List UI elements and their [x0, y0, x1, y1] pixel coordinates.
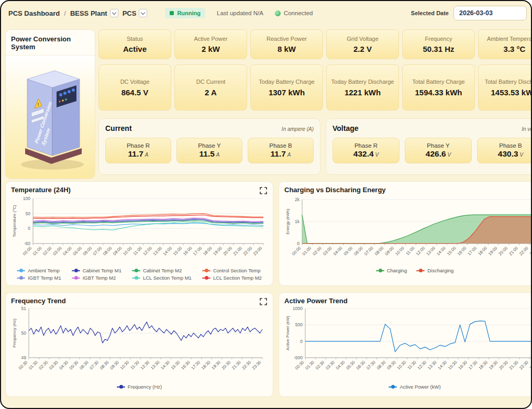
legend-label: Discharging	[427, 268, 453, 273]
svg-text:17:00: 17:00	[467, 246, 478, 257]
breadcrumb-root[interactable]: PCS Dashboard	[8, 9, 60, 17]
svg-text:19:30: 19:30	[488, 360, 499, 371]
expand-icon[interactable]	[259, 186, 268, 195]
chart-svg-power[interactable]: -5000500100000:3001:3002:3003:3004:3005:…	[284, 305, 532, 382]
svg-text:02:00: 02:00	[312, 246, 323, 257]
legend-item-ambient-temp[interactable]: Ambient Temp	[17, 268, 61, 273]
chart-plot-area[interactable]: 49505100:3001:3002:3003:3004:3005:3006:3…	[11, 305, 268, 384]
chart-plot-area[interactable]: 01k2k00:0001:0002:0003:0004:0005:0006:00…	[284, 194, 532, 268]
svg-text:20:00: 20:00	[222, 246, 233, 257]
svg-text:05:00: 05:00	[343, 246, 354, 257]
legend-item-igbt-temp-m1[interactable]: IGBT Temp M1	[17, 275, 61, 281]
phase-value: 11.7A	[128, 149, 149, 159]
legend-item-cabinet-temp-m1[interactable]: Cabinet Temp M1	[72, 268, 121, 273]
date-input[interactable]	[453, 6, 527, 20]
svg-text:12:30: 12:30	[417, 360, 428, 371]
plant-select[interactable]: BESS Plant	[70, 9, 118, 17]
legend-item-igbt-temp-m2[interactable]: IGBT Temp M2	[72, 275, 121, 281]
chart-svg-temperature[interactable]: -5005010000:0001:0002:0003:0004:0005:000…	[11, 194, 267, 266]
svg-text:20:00: 20:00	[498, 246, 509, 257]
phase-unit: A	[287, 152, 291, 158]
svg-text:13:00: 13:00	[152, 246, 163, 257]
legend-marker-icon	[17, 270, 25, 271]
svg-text:10:30: 10:30	[396, 360, 407, 371]
metric-card-status: StatusActive	[98, 29, 171, 59]
chart-svg-frequency[interactable]: 49505100:3001:3002:3003:3004:3005:3006:3…	[11, 305, 267, 382]
svg-text:07:00: 07:00	[363, 246, 374, 257]
legend-item-cabinet-temp-m2[interactable]: Cabinet Temp M2	[132, 268, 192, 273]
svg-text:15:00: 15:00	[446, 246, 457, 257]
chart-title: Active Power Trend	[284, 297, 532, 305]
pcs-select[interactable]: PCS	[123, 9, 148, 17]
svg-text:14:00: 14:00	[436, 246, 447, 257]
metric-value: Active	[123, 45, 147, 53]
svg-text:2k: 2k	[295, 197, 300, 202]
svg-text:00:30: 00:30	[18, 360, 29, 371]
legend-marker-icon	[389, 386, 397, 388]
plant-select-value: BESS Plant	[70, 9, 107, 17]
svg-text:11:30: 11:30	[130, 360, 140, 370]
legend-item-control-section-temp[interactable]: Control Section Temp	[202, 268, 262, 273]
svg-text:13:00: 13:00	[425, 246, 436, 257]
legend-item-charging[interactable]: Charging	[376, 268, 407, 273]
metric-label: Total Battery Charge	[412, 78, 464, 85]
svg-text:21:30: 21:30	[231, 360, 242, 371]
svg-text:10:00: 10:00	[394, 246, 405, 257]
chart-svg-energy[interactable]: 01k2k00:0001:0002:0003:0004:0005:0006:00…	[284, 194, 532, 266]
svg-text:-500: -500	[294, 355, 303, 360]
svg-text:04:00: 04:00	[62, 246, 73, 257]
metric-value: 864.5 V	[121, 88, 149, 97]
svg-text:03:00: 03:00	[322, 246, 333, 257]
legend-item-discharging[interactable]: Discharging	[416, 268, 453, 273]
svg-text:19:00: 19:00	[212, 246, 223, 257]
legend-marker-icon	[416, 270, 425, 271]
svg-text:10:30: 10:30	[119, 360, 130, 371]
svg-text:22:00: 22:00	[518, 246, 529, 257]
chart-legend: ChargingDischarging	[284, 268, 532, 273]
metric-label: Total Battery Discharge	[485, 78, 532, 85]
legend-marker-icon	[72, 278, 80, 279]
legend-marker-icon	[202, 278, 210, 279]
legend-item-lcl-section-temp-m1[interactable]: LCL Section Temp M1	[132, 275, 192, 281]
current-phase-row: Phase R11.7APhase Y11.5APhase B11.7A	[105, 138, 314, 163]
chart-plot-area[interactable]: -5005010000:0001:0002:0003:0004:0005:000…	[11, 194, 268, 268]
svg-text:10:00: 10:00	[122, 246, 133, 257]
svg-text:14:00: 14:00	[162, 246, 173, 257]
svg-text:07:30: 07:30	[365, 360, 376, 371]
phase-label: Phase R	[127, 142, 150, 149]
voltage-unit-note: In volt (V)	[522, 126, 532, 132]
current-phase-card-phase-b: Phase B11.7A	[248, 138, 314, 163]
svg-text:12:00: 12:00	[415, 246, 426, 257]
phase-unit: V	[520, 152, 524, 158]
svg-text:0: 0	[297, 241, 300, 246]
legend-label: Cabinet Temp M2	[143, 268, 182, 273]
svg-text:19:30: 19:30	[210, 360, 221, 371]
svg-text:04:30: 04:30	[335, 360, 346, 371]
svg-text:13:30: 13:30	[427, 360, 438, 371]
svg-text:22:00: 22:00	[242, 246, 253, 257]
svg-text:13:30: 13:30	[150, 360, 161, 371]
svg-text:00:00: 00:00	[291, 246, 302, 257]
svg-text:!: !	[38, 102, 39, 107]
legend-item-active-power-kw[interactable]: Active Power (kW)	[389, 384, 440, 390]
chart-temperature: Temperature (24H) -5005010000:0001:0002:…	[5, 181, 273, 286]
voltage-panel-title: Voltage	[332, 124, 359, 132]
connected-dot-icon	[275, 10, 281, 16]
svg-text:01:00: 01:00	[302, 246, 313, 257]
phase-unit: V	[448, 152, 451, 158]
legend-item-frequency-hz[interactable]: Frequency (Hz)	[117, 384, 162, 390]
metric-card-dc-current: DC Current2 A	[174, 64, 247, 110]
svg-text:06:00: 06:00	[82, 246, 93, 257]
chart-legend: Ambient TempCabinet Temp M1Cabinet Temp …	[11, 268, 268, 281]
legend-item-lcl-section-temp-m2[interactable]: LCL Section Temp M2	[202, 275, 262, 281]
legend-marker-icon	[117, 386, 125, 388]
metric-value: 2 A	[205, 88, 217, 97]
running-square-icon	[170, 11, 174, 15]
chart-plot-area[interactable]: -5000500100000:3001:3002:3003:3004:3005:…	[284, 305, 532, 384]
metric-value: 8 kW	[278, 45, 296, 53]
metric-label: Active Power	[194, 35, 227, 42]
legend-marker-icon	[132, 270, 140, 271]
legend-label: LCL Section Temp M2	[213, 275, 262, 281]
svg-text:50: 50	[21, 330, 27, 336]
expand-icon[interactable]	[259, 297, 268, 306]
